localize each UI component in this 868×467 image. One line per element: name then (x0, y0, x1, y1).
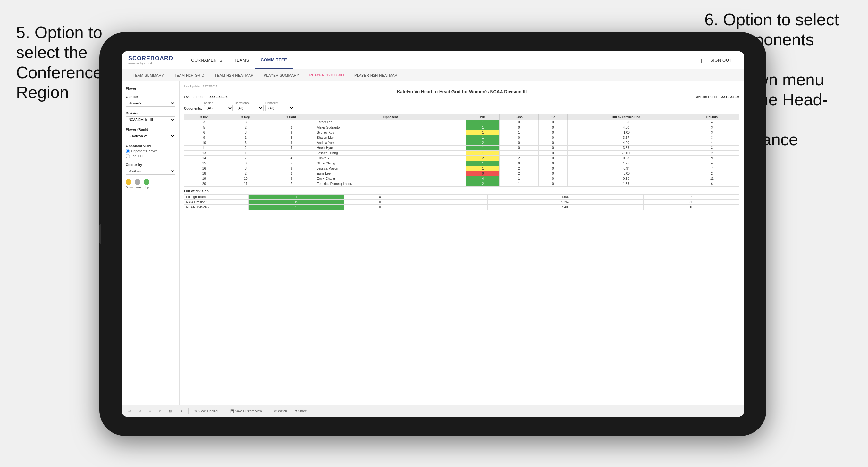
paste-button[interactable]: ⊡ (167, 408, 174, 414)
sub-nav-team-h2h-grid[interactable]: TEAM H2H GRID (169, 69, 209, 82)
cell-loss: 1 (500, 181, 539, 187)
sub-nav-player-h2h-grid[interactable]: PLAYER H2H GRID (305, 69, 348, 82)
cell-diff: 4.00 (567, 141, 685, 146)
cell-conf: 6 (268, 166, 315, 171)
filter-opp-group: Opponent (All) (266, 101, 294, 111)
sub-nav-player-summary[interactable]: PLAYER SUMMARY (259, 69, 304, 82)
cell-opponent: Alexis Sudjianto (315, 125, 466, 130)
cell-div: 5 (184, 125, 224, 130)
legend-down-circle (126, 179, 131, 185)
cell-loss: 0 (500, 125, 539, 130)
cell-reg: 11 (224, 181, 267, 187)
save-custom-label: Save Custom View (235, 409, 262, 413)
sign-out-button[interactable]: Sign out (705, 51, 738, 69)
cell-win: 4 (466, 176, 500, 181)
sub-nav-team-summary[interactable]: TEAM SUMMARY (128, 69, 168, 82)
legend-circles (126, 179, 176, 185)
filter-region-select[interactable]: (All) (204, 105, 233, 111)
save-custom-button[interactable]: 💾 Save Custom View (228, 408, 264, 414)
th-div: # Div (184, 114, 224, 120)
table-row: 13 1 1 Jessica Huang 1 1 0 -3.00 2 (184, 151, 739, 156)
filter-region-group: Region (All) (204, 101, 233, 111)
cell-loss: 2 (500, 166, 539, 171)
tablet-device: SCOREBOARD Powered by clippd TOURNAMENTS… (99, 32, 766, 436)
cell-conf: 1 (268, 120, 315, 125)
cell-out-name: NCAA Division 2 (184, 205, 248, 210)
gender-select[interactable]: Women's (126, 100, 176, 107)
table-header-row: # Div # Reg # Conf Opponent Win Loss Tie… (184, 114, 739, 120)
table-row: 18 2 2 Euna Lee 0 2 0 -5.00 2 (184, 171, 739, 176)
sidebar-player-label: Player (126, 87, 176, 90)
nav-committee[interactable]: COMMITTEE (255, 51, 293, 69)
cell-reg: 6 (224, 141, 267, 146)
share-button[interactable]: ⬆ Share (293, 408, 309, 414)
cell-win: 2 (466, 181, 500, 187)
out-of-division-table: Foreign Team 1 0 0 4.500 2 NAIA Division… (184, 194, 739, 210)
cell-win: 1 (466, 135, 500, 141)
filter-conf-select[interactable]: (All) (235, 105, 264, 111)
table-row: 6 3 3 Sydney Kuo 1 1 0 -1.00 3 (184, 130, 739, 135)
cell-tie: 0 (539, 135, 567, 141)
radio-played-input[interactable] (126, 149, 130, 153)
filter-opp-select[interactable]: (All) (266, 105, 294, 111)
cell-opponent: Andrea York (315, 141, 466, 146)
undo-button[interactable]: ↩ (126, 408, 133, 414)
sub-nav-team-h2h-heatmap[interactable]: TEAM H2H HEATMAP (210, 69, 258, 82)
cell-rounds: 3 (685, 130, 739, 135)
logo-sub: Powered by clippd (128, 62, 173, 65)
nav-tournaments[interactable]: TOURNAMENTS (183, 51, 228, 69)
cell-conf: 6 (268, 176, 315, 181)
colour-select[interactable]: Win/loss (126, 168, 176, 175)
cell-reg: 2 (224, 171, 267, 176)
save-icon: 💾 (230, 409, 234, 413)
th-diff: Diff Av Strokes/Rnd (567, 114, 685, 120)
filter-row: Opponents: Region (All) Conference (All) (184, 101, 739, 111)
tablet-side-button[interactable] (99, 224, 101, 244)
division-record-value: 331 - 34 - 6 (721, 95, 739, 99)
table-body: 3 3 1 Esther Lee 1 0 0 1.50 4 5 2 2 Alex… (184, 120, 739, 187)
redo-button[interactable]: ↪ (147, 408, 153, 414)
logo-text: SCOREBOARD (128, 55, 173, 62)
cell-out-win: 15 (248, 200, 344, 205)
cell-div: 14 (184, 156, 224, 161)
overall-record-value: 353 - 34 - 6 (209, 95, 227, 99)
radio-top100-input[interactable] (126, 154, 130, 158)
cell-out-tie: 0 (416, 194, 488, 200)
cell-reg: 3 (224, 130, 267, 135)
sidebar-player-rank-section: Player (Rank) 8. Katelyn Vo (126, 128, 176, 139)
cell-tie: 0 (539, 176, 567, 181)
table-row: 15 8 5 Stella Cheng 1 0 0 1.25 4 (184, 161, 739, 166)
division-select[interactable]: NCAA Division III (126, 116, 176, 123)
cell-out-rounds: 10 (644, 205, 739, 210)
table-row: 9 1 4 Sharon Mun 1 0 0 3.67 3 (184, 135, 739, 141)
player-rank-select[interactable]: 8. Katelyn Vo (126, 133, 176, 139)
out-table-row: NCAA Division 2 5 0 0 7.400 10 (184, 205, 739, 210)
ann-left-line4: Region (16, 83, 69, 102)
clock-button[interactable]: ⏱ (177, 408, 184, 414)
cell-rounds: 3 (685, 125, 739, 130)
cell-reg: 3 (224, 166, 267, 171)
watch-button[interactable]: 👁 Watch (272, 408, 289, 414)
cell-conf: 5 (268, 161, 315, 166)
radio-played-label[interactable]: Opponents Played (126, 149, 176, 153)
cell-tie: 0 (539, 130, 567, 135)
cell-out-diff: 4.500 (487, 194, 643, 200)
cell-out-win: 5 (248, 205, 344, 210)
cell-loss: 2 (500, 171, 539, 176)
sub-nav-player-h2h-heatmap[interactable]: PLAYER H2H HEATMAP (350, 69, 402, 82)
table-row: 5 2 2 Alexis Sudjianto 1 0 0 4.00 3 (184, 125, 739, 130)
legend-up-circle (144, 179, 149, 185)
records-row: Overall Record: 353 - 34 - 6 Division Re… (184, 95, 739, 99)
cell-win: 1 (466, 125, 500, 130)
undo2-button[interactable]: ↩ (136, 408, 143, 414)
sidebar-colour-label: Colour by (126, 163, 176, 167)
cell-rounds: 4 (685, 141, 739, 146)
copy-button[interactable]: ⧉ (157, 408, 163, 414)
radio-top100-label[interactable]: Top 100 (126, 154, 176, 158)
ann-right-line1: 6. Option to select (705, 10, 839, 29)
cell-out-loss: 0 (344, 205, 416, 210)
view-original-button[interactable]: 👁 View: Original (192, 408, 220, 414)
eye-icon: 👁 (194, 409, 197, 413)
nav-teams[interactable]: TEAMS (228, 51, 255, 69)
cell-opponent: Heejo Hyun (315, 146, 466, 151)
